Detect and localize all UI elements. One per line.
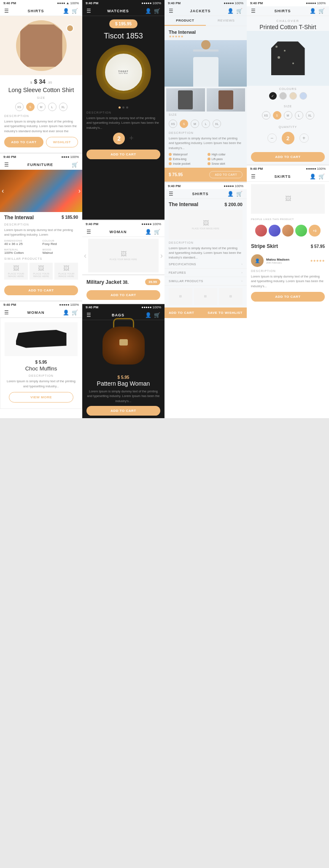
color-swatch[interactable] <box>66 24 74 32</box>
acc-feat[interactable]: FEATURES › <box>164 269 247 277</box>
watch-face: TISSOT Swiss Made <box>102 51 145 93</box>
j-size-l[interactable]: L <box>202 120 210 128</box>
add-to-cart-btn-1[interactable]: ADD TO CART <box>4 137 43 147</box>
jacket-product-name: The Interwal <box>169 30 243 35</box>
qty-plus-btn[interactable]: + <box>299 133 309 143</box>
menu-icon-woman[interactable]: ☰ <box>4 310 9 316</box>
cart-icon-1[interactable]: 🛒 <box>72 8 78 14</box>
time-woman: 9:40 PM <box>3 303 16 307</box>
j-size-xs[interactable]: XS <box>169 120 177 128</box>
price-area: $ $ 34 .95 <box>0 75 82 86</box>
cart-icon-furn[interactable]: 🛒 <box>72 162 78 168</box>
cart-icon-bags[interactable]: 🛒 <box>154 312 160 318</box>
menu-icon-jackets[interactable]: ☰ <box>169 8 173 14</box>
arrow-right[interactable]: › <box>78 187 81 195</box>
arrow-left[interactable]: ‹ <box>2 187 4 195</box>
size-xs[interactable]: XS <box>15 103 24 111</box>
s3-s[interactable]: S <box>273 111 281 120</box>
colour-beige[interactable] <box>289 92 297 100</box>
reviewer-info: Malou Madsen 20th February <box>266 258 289 264</box>
user-icon-watch[interactable]: 👤 <box>145 8 151 14</box>
user-icon-woman[interactable]: 👤 <box>63 310 69 316</box>
size-xl[interactable]: XL <box>59 103 67 111</box>
skirts-price: $ 57.95 <box>311 244 325 249</box>
skirts-img-icon: 🖼 <box>285 195 291 202</box>
tab-product[interactable]: PRODUCT <box>164 16 206 26</box>
shirts3-cart-btn[interactable]: ADD TO CART <box>251 152 325 162</box>
user-icon-shirts2[interactable]: 👤 <box>227 191 234 197</box>
shirts2-price-row: The Interwal $ 200.00 <box>164 199 247 210</box>
j-size-xl[interactable]: XL <box>213 120 221 128</box>
bag-cart-btn[interactable]: ADD TO CART <box>86 406 160 416</box>
military-cart-btn[interactable]: ADD TO CART <box>86 290 160 300</box>
acc-spec[interactable]: SPECIFICATIONS › <box>164 260 247 269</box>
skirts-cart-area: ADD TO CART <box>247 288 329 305</box>
size-selector-1: XS S M L XL <box>0 103 82 111</box>
time-shirts2: 9:40 PM <box>168 184 181 188</box>
tab-reviews[interactable]: REVIEWS <box>206 16 247 26</box>
j-size-s[interactable]: S <box>180 120 188 128</box>
size-label-1: SIZE <box>0 96 82 99</box>
status-bar-shirts3: 9:40 PM ●●●●● 100% <box>247 0 329 6</box>
military-price-badge: 39.99 <box>145 279 160 285</box>
menu-icon-bags[interactable]: ☰ <box>86 312 91 318</box>
person-thumb-4 <box>295 225 307 237</box>
user-icon-1[interactable]: 👤 <box>63 8 69 14</box>
user-icon-bags[interactable]: 👤 <box>145 312 151 318</box>
nav-title-furn: FURNITURE <box>27 163 53 167</box>
feat-dot-5 <box>169 162 172 165</box>
cart-icon-w2[interactable]: 🛒 <box>154 229 160 235</box>
j-size-m[interactable]: M <box>191 120 199 128</box>
s3-m[interactable]: M <box>284 111 292 120</box>
menu-icon-shirts3[interactable]: ☰ <box>251 8 256 14</box>
jacket-stars: ★★★★★ <box>169 35 243 38</box>
user-icon-shirts3[interactable]: 👤 <box>310 8 316 14</box>
menu-icon-shirts2[interactable]: ☰ <box>169 191 173 197</box>
size-s[interactable]: S <box>26 103 35 111</box>
user-icon-skirts[interactable]: 👤 <box>310 174 316 180</box>
s3-xl[interactable]: XL <box>306 111 314 120</box>
plus-icon[interactable]: + <box>129 134 134 143</box>
furn-name: The Interwal <box>4 215 34 220</box>
size-l[interactable]: L <box>48 103 57 111</box>
acc-similar[interactable]: SIMILLAR PRODUCTS › <box>164 277 247 286</box>
watch-cart-btn[interactable]: ADD TO CART <box>86 150 160 159</box>
colour-blue[interactable] <box>299 92 307 100</box>
nav-icons-w2: 👤 🛒 <box>145 229 160 235</box>
screen-jackets: 9:40 PM ●●●●● 100% ☰ JACKETS 👤 🛒 PRODUCT… <box>164 0 247 418</box>
shirts3-size-area: SIZE XS S M L XL <box>247 103 329 124</box>
jacket-size-label: SIZE <box>169 113 243 116</box>
furn-cart-btn[interactable]: ADD TO CART <box>4 286 78 295</box>
qty-minus-btn[interactable]: − <box>267 133 277 143</box>
jacket-desc-area: DESCRIPTION Lorem Ipsum is simply dummy … <box>164 131 247 150</box>
shirts2-section: 9:40 PM ●●●●● 100% ☰ SHIRTS 👤 🛒 The Inte… <box>164 182 247 318</box>
s3-xs[interactable]: XS <box>262 111 270 120</box>
menu-icon-watch[interactable]: ☰ <box>86 8 91 14</box>
skirts-cart-btn[interactable]: ADD TO CART <box>251 292 325 302</box>
user-icon-w2[interactable]: 👤 <box>145 229 151 235</box>
cart-icon-shirts2[interactable]: 🛒 <box>236 191 243 197</box>
more-circle[interactable]: +3 <box>309 225 321 237</box>
colour-black[interactable] <box>269 92 277 100</box>
wishlist-btn-1[interactable]: WISHLIST <box>46 137 78 147</box>
colour-grey[interactable] <box>279 92 287 100</box>
jacket-bar-btn[interactable]: ADD TO CART <box>209 171 243 178</box>
s3-l[interactable]: L <box>295 111 303 120</box>
feat-dot-1 <box>169 153 172 156</box>
chevron-right-icon-w[interactable]: › <box>160 251 163 260</box>
woman-section: 9:40 PM ●●●●● 100% ☰ WOMAN 👤 🛒 <box>0 300 82 408</box>
menu-icon-1[interactable]: ☰ <box>4 8 9 14</box>
cart-icon-jackets[interactable]: 🛒 <box>236 8 243 14</box>
shoe-view-more-btn[interactable]: VIEW MORE <box>9 392 73 403</box>
menu-icon-furn[interactable]: ☰ <box>4 162 9 168</box>
cart-icon-shirts3[interactable]: 🛒 <box>318 8 325 14</box>
menu-icon-w2[interactable]: ☰ <box>86 229 91 235</box>
figure-head <box>201 40 210 49</box>
cart-icon-woman[interactable]: 🛒 <box>72 310 78 316</box>
user-icon-jackets[interactable]: 👤 <box>227 8 234 14</box>
menu-icon-skirts[interactable]: ☰ <box>251 174 256 180</box>
cart-icon-skirts[interactable]: 🛒 <box>318 174 325 180</box>
cart-icon-watch[interactable]: 🛒 <box>154 8 160 14</box>
chevron-left-icon-w[interactable]: ‹ <box>84 251 86 260</box>
size-m[interactable]: M <box>37 103 46 111</box>
